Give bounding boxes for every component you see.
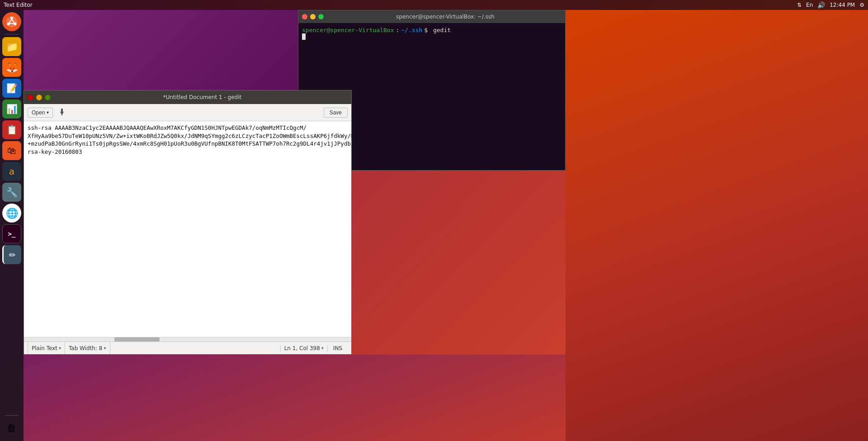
launcher-icon-trash[interactable]: 🗑 [2,418,21,437]
desktop: Text Editor ⇅ En 🔊 12:44 PM ⚙ 📁 [0,0,868,441]
desktop-bg-purple [24,10,298,94]
statusbar-tabwidth-arrow: ▾ [104,346,106,351]
launcher-icon-terminal[interactable]: >_ [2,224,21,243]
launcher-icon-amazon[interactable]: a [2,162,21,181]
statusbar-tabwidth[interactable]: Tab Width: 8 ▾ [65,342,110,354]
statusbar-insert-mode[interactable]: INS [328,345,348,351]
statusbar-language-arrow: ▾ [59,346,61,351]
save-button[interactable]: Save [324,108,348,118]
statusbar-language-dropdown[interactable]: Plain Text ▾ [32,345,61,351]
impress-icon: 📋 [6,124,18,135]
software-icon: 🛍 [7,145,16,156]
launcher-icon-impress[interactable]: 📋 [2,120,21,139]
gedit-window: *Untitled Document 1 - gedit Open ▾ Save… [24,90,352,355]
gedit-toolbar: Open ▾ Save [24,104,351,121]
open-button[interactable]: Open ▾ [28,108,53,118]
keyboard-indicator[interactable]: En [806,2,813,8]
clock[interactable]: 12:44 PM [830,2,855,8]
top-bar-title: Text Editor [4,2,33,8]
terminal-icon: >_ [8,230,16,237]
gedit-title: *Untitled Document 1 - gedit [57,94,348,100]
volume-indicator[interactable]: 🔊 [817,1,825,9]
terminal-prompt-line: spencer@spencer-VirtualBox:~/.ssh$ gedit [302,27,561,33]
statusbar-position[interactable]: Ln 1, Col 398 ▾ [280,345,328,351]
terminal-command: gedit [433,27,451,33]
pin-button[interactable] [57,106,67,119]
pin-icon [58,108,66,115]
launcher-icon-gedit[interactable]: ✏ [2,245,21,264]
launcher-separator [5,34,19,34]
open-label: Open [32,109,45,116]
terminal-cursor [302,33,306,40]
gedit-close-btn[interactable] [28,95,33,100]
launcher-icon-files[interactable]: 📁 [2,37,21,56]
statusbar-position-dropdown[interactable]: Ln 1, Col 398 ▾ [284,345,324,351]
launcher-icon-firefox[interactable]: 🦊 [2,58,21,77]
gedit-content[interactable]: ssh-rsa AAAAB3NzaC1yc2EAAAABJQAAAQEAwXRo… [24,121,351,337]
trash-icon: 🗑 [7,422,17,434]
statusbar-right: Ln 1, Col 398 ▾ INS [280,345,348,351]
statusbar-position-label: Ln 1, Col 398 [284,345,320,351]
gedit-textarea[interactable]: ssh-rsa AAAAB3NzaC1yc2EAAAABJQAAAQEAwXRo… [24,121,351,337]
gedit-max-btn[interactable] [45,95,51,100]
statusbar-language-label: Plain Text [32,345,57,351]
terminal-max-btn[interactable] [318,14,324,19]
terminal-close-btn[interactable] [302,14,307,19]
top-bar-right: ⇅ En 🔊 12:44 PM ⚙ [797,1,864,9]
statusbar-tabwidth-dropdown[interactable]: Tab Width: 8 ▾ [69,345,106,351]
launcher-icon-software[interactable]: 🛍 [2,141,21,160]
launcher-icon-chrome[interactable]: 🌐 [2,204,21,223]
top-bar: Text Editor ⇅ En 🔊 12:44 PM ⚙ [0,0,868,10]
gedit-icon: ✏ [9,250,16,260]
statusbar-tabwidth-label: Tab Width: 8 [69,345,102,351]
writer-icon: 📝 [6,83,18,94]
firefox-icon: 🦊 [6,62,18,73]
launcher-separator-bottom [5,415,19,416]
gedit-titlebar: *Untitled Document 1 - gedit [24,90,351,104]
statusbar-language[interactable]: Plain Text ▾ [28,342,65,354]
statusbar-ins-label: INS [333,345,342,351]
system-settings-icon: 🔧 [6,187,18,198]
launcher-icon-calc[interactable]: 📊 [2,100,21,119]
top-bar-left: Text Editor [4,2,33,8]
files-icon: 📁 [6,41,18,52]
launcher: 📁 🦊 📝 📊 📋 🛍 a 🔧 � [0,10,24,441]
amazon-icon: a [9,166,14,177]
terminal-titlebar: spencer@spencer-VirtualBox: ~/.ssh [298,10,565,23]
gedit-hscrollbar-thumb[interactable] [114,337,160,341]
desktop-bg-right [566,10,868,441]
svg-rect-4 [61,109,63,112]
launcher-icon-ubuntu[interactable] [2,12,21,31]
terminal-cursor-line [302,33,561,40]
terminal-prompt-user: spencer@spencer-VirtualBox [302,27,394,33]
open-arrow-icon: ▾ [47,110,49,115]
settings-icon[interactable]: ⚙ [859,2,864,8]
terminal-min-btn[interactable] [310,14,316,19]
desktop-bg-bottom [24,355,566,441]
gedit-statusbar: Plain Text ▾ Tab Width: 8 ▾ Ln 1, Col 39… [24,341,351,354]
launcher-bottom: 🗑 [2,414,21,441]
terminal-prompt-path: ~/.ssh [401,27,422,33]
ubuntu-logo-icon [6,16,18,28]
calc-icon: 📊 [6,104,18,114]
launcher-icon-settings[interactable]: 🔧 [2,183,21,202]
launcher-icon-writer[interactable]: 📝 [2,79,21,98]
gedit-hscrollbar[interactable] [24,337,351,341]
gedit-min-btn[interactable] [36,95,42,100]
terminal-title: spencer@spencer-VirtualBox: ~/.ssh [329,14,561,20]
svg-marker-5 [60,112,64,115]
transfer-icon: ⇅ [797,2,802,8]
chrome-icon: 🌐 [6,208,18,219]
statusbar-position-arrow: ▾ [321,346,324,351]
